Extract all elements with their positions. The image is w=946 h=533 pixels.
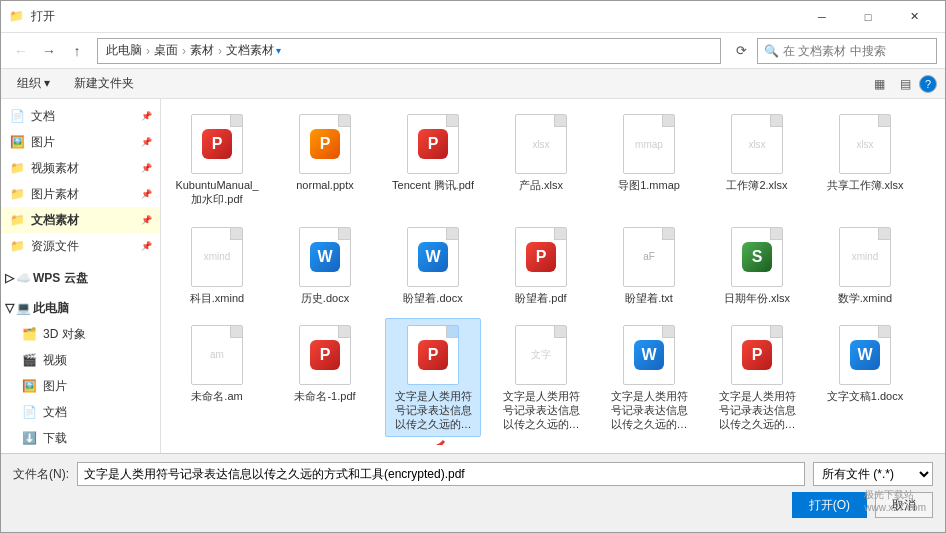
- file-item-history[interactable]: W 历史.docx: [277, 220, 373, 310]
- videos-icon: 🎬: [21, 352, 37, 368]
- file-icon-encrypt-plain: 文字: [509, 323, 573, 387]
- file-item-math[interactable]: xmind 数学.xmind: [817, 220, 913, 310]
- breadcrumb-this-pc[interactable]: 此电脑: [106, 42, 142, 59]
- file-item-subjects[interactable]: xmind 科目.xmind: [169, 220, 265, 310]
- panwangzhe-pdf-logo: P: [526, 242, 556, 272]
- file-icon-panwangzhe-docx: W: [401, 225, 465, 289]
- file-icon-tencent: P: [401, 112, 465, 176]
- file-item-unnamed-pdf[interactable]: P 未命名-1.pdf: [277, 318, 373, 437]
- file-icon-wenzi-docx: W: [617, 323, 681, 387]
- sidebar-item-pictures[interactable]: 🖼️ 图片 📌: [1, 129, 160, 155]
- pin-icon3: 📌: [141, 163, 152, 173]
- file-item-date[interactable]: S 日期年份.xlsx: [709, 220, 805, 310]
- file-name-wenzi-docx: 文字是人类用符号记录表达信息以传之久远的方式和工具.docx: [606, 389, 692, 432]
- file-name-tencent: Tencent 腾讯.pdf: [392, 178, 474, 192]
- file-area-wrapper: P KubuntuManual_加水印.pdf P: [161, 99, 945, 453]
- view-list-btn[interactable]: ▤: [893, 73, 917, 95]
- breadcrumb[interactable]: 此电脑 › 桌面 › 素材 › 文档素材 ▾: [97, 38, 721, 64]
- title-bar: 📁 打开 ─ □ ✕: [1, 1, 945, 33]
- file-name-unnamed-pdf: 未命名-1.pdf: [294, 389, 355, 403]
- file-item-wenzi-pdf[interactable]: P 文字是人类用符号记录表达信息以传之久远的方式和工具.pdf: [709, 318, 805, 437]
- sidebar-item-3d[interactable]: 🗂️ 3D 对象: [1, 321, 160, 347]
- file-item-panwangzhe-pdf[interactable]: P 盼望着.pdf: [493, 220, 589, 310]
- window-controls: ─ □ ✕: [799, 1, 937, 33]
- search-input[interactable]: [783, 44, 930, 58]
- file-name-kubuntu: KubuntuManual_加水印.pdf: [174, 178, 260, 207]
- file-item-mindmap[interactable]: mmap 导图1.mmap: [601, 107, 697, 212]
- sidebar-item-images[interactable]: 🖼️ 图片: [1, 373, 160, 399]
- file-name-wenzi-pdf: 文字是人类用符号记录表达信息以传之久远的方式和工具.pdf: [714, 389, 800, 432]
- organize-button[interactable]: 组织 ▾: [9, 73, 58, 95]
- file-item-panwangzhe-txt[interactable]: aF 盼望着.txt: [601, 220, 697, 310]
- sidebar: 📄 文档 📌 🖼️ 图片 📌 📁 视频素材 📌 📁 图片素材 📌 📁: [1, 99, 161, 453]
- bottom-bar: 文件名(N): 所有文件 (*.*) 打开(O) 取消: [1, 453, 945, 532]
- file-icon-encrypted-pdf: P: [401, 323, 465, 387]
- file-item-panwangzhe-docx[interactable]: W 盼望着.docx: [385, 220, 481, 310]
- close-button[interactable]: ✕: [891, 1, 937, 33]
- docs-icon: 📄: [21, 404, 37, 420]
- filename-input[interactable]: [77, 462, 805, 486]
- file-icon-panwangzhe-txt: aF: [617, 225, 681, 289]
- file-item-product[interactable]: xlsx 产品.xlsx: [493, 107, 589, 212]
- filetype-select[interactable]: 所有文件 (*.*): [813, 462, 933, 486]
- file-name-panwangzhe-docx: 盼望着.docx: [403, 291, 462, 305]
- file-icon-wendao-docx: W: [833, 323, 897, 387]
- filename-row: 文件名(N): 所有文件 (*.*): [13, 462, 933, 486]
- file-item-workbook[interactable]: xlsx 工作簿2.xlsx: [709, 107, 805, 212]
- sidebar-wps-cloud[interactable]: ▷ ☁️ WPS 云盘: [1, 265, 160, 291]
- sidebar-item-videos[interactable]: 🎬 视频: [1, 347, 160, 373]
- file-name-wendao-docx: 文字文稿1.docx: [827, 389, 903, 403]
- file-item-unnamed-am[interactable]: am 未命名.am: [169, 318, 265, 437]
- open-button[interactable]: 打开(O): [792, 492, 867, 518]
- breadcrumb-desktop[interactable]: 桌面: [154, 42, 178, 59]
- search-box[interactable]: 🔍: [757, 38, 937, 64]
- doc-material-icon: 📁: [9, 212, 25, 228]
- downloads-icon: ⬇️: [21, 430, 37, 446]
- file-name-normal-pptx: normal.pptx: [296, 178, 353, 192]
- maximize-button[interactable]: □: [845, 1, 891, 33]
- view-icon-btn[interactable]: ▦: [867, 73, 891, 95]
- up-button[interactable]: ↑: [65, 39, 89, 63]
- new-folder-button[interactable]: 新建文件夹: [66, 73, 142, 95]
- file-item-wendao-docx[interactable]: W 文字文稿1.docx: [817, 318, 913, 437]
- minimize-button[interactable]: ─: [799, 1, 845, 33]
- forward-button[interactable]: →: [37, 39, 61, 63]
- file-area[interactable]: P KubuntuManual_加水印.pdf P: [161, 99, 945, 445]
- file-name-product: 产品.xlsx: [519, 178, 563, 192]
- wps-cloud-icon: ☁️: [16, 271, 31, 285]
- sidebar-item-pic-material[interactable]: 📁 图片素材 📌: [1, 181, 160, 207]
- wenzi-docx-logo: W: [634, 340, 664, 370]
- sidebar-item-docs[interactable]: 📄 文档: [1, 399, 160, 425]
- breadcrumb-sep3: ›: [218, 44, 222, 58]
- back-button[interactable]: ←: [9, 39, 33, 63]
- breadcrumb-pin-icon[interactable]: ▾: [276, 45, 281, 56]
- breadcrumb-material[interactable]: 素材: [190, 42, 214, 59]
- refresh-button[interactable]: ⟳: [729, 39, 753, 63]
- wps-cloud-expand-icon: ▷: [5, 271, 14, 285]
- breadcrumb-doc-material[interactable]: 文档素材: [226, 42, 274, 59]
- sidebar-item-doc-material[interactable]: 📁 文档素材 📌: [1, 207, 160, 233]
- file-item-encrypted-pdf[interactable]: P 文字是人类用符号记录表达信息以传之久远的方式和工具(encr...: [385, 318, 481, 437]
- breadcrumb-sep1: ›: [146, 44, 150, 58]
- file-item-tencent[interactable]: P Tencent 腾讯.pdf: [385, 107, 481, 212]
- file-item-shared-workbook[interactable]: xlsx 共享工作簿.xlsx: [817, 107, 913, 212]
- help-button[interactable]: ?: [919, 75, 937, 93]
- pdf-logo: P: [202, 129, 232, 159]
- sidebar-item-video-material[interactable]: 📁 视频素材 📌: [1, 155, 160, 181]
- file-item-wenzi-docx[interactable]: W 文字是人类用符号记录表达信息以传之久远的方式和工具.docx: [601, 318, 697, 437]
- file-name-history: 历史.docx: [301, 291, 349, 305]
- sidebar-item-documents[interactable]: 📄 文档 📌: [1, 103, 160, 129]
- file-item-encrypt-plain[interactable]: 文字 文字是人类用符号记录表达信息以传之久远的方式和工具(encry...: [493, 318, 589, 437]
- sidebar-item-downloads[interactable]: ⬇️ 下载: [1, 425, 160, 451]
- file-item-normal-pptx[interactable]: P normal.pptx: [277, 107, 373, 212]
- file-icon-history: W: [293, 225, 357, 289]
- file-grid: P KubuntuManual_加水印.pdf P: [169, 107, 937, 437]
- file-name-mindmap: 导图1.mmap: [618, 178, 680, 192]
- button-row: 打开(O) 取消: [13, 492, 933, 518]
- sidebar-item-pic-material-label: 图片素材: [31, 186, 79, 203]
- file-item-kubuntu[interactable]: P KubuntuManual_加水印.pdf: [169, 107, 265, 212]
- open-dialog: 📁 打开 ─ □ ✕ ← → ↑ 此电脑 › 桌面 › 素材 › 文档素材 ▾ …: [0, 0, 946, 533]
- sidebar-item-3d-label: 3D 对象: [43, 326, 86, 343]
- sidebar-item-resources[interactable]: 📁 资源文件 📌: [1, 233, 160, 259]
- sidebar-this-pc[interactable]: ▽ 💻 此电脑: [1, 295, 160, 321]
